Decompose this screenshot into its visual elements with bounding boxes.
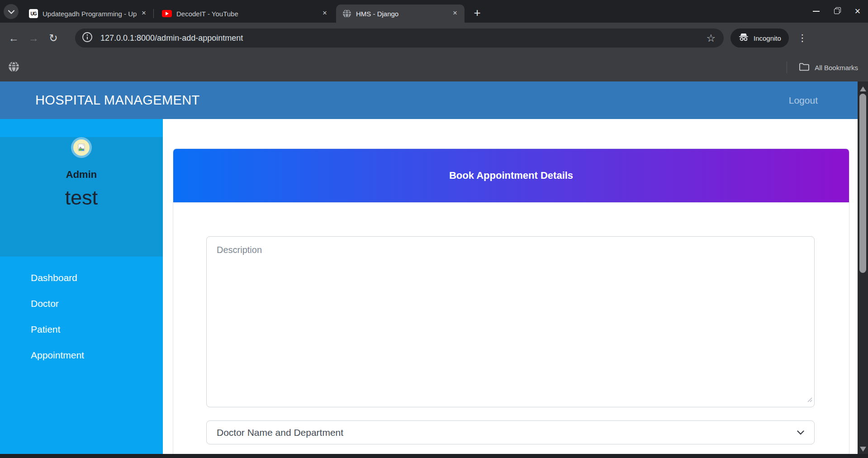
- browser-window: UG Updategadh Programming - Up × DecodeI…: [0, 0, 868, 458]
- reload-button[interactable]: ↻: [43, 28, 63, 48]
- page-scrollbar[interactable]: [858, 81, 868, 458]
- bookmark-globe-icon[interactable]: [8, 61, 19, 74]
- globe-favicon-icon: [342, 9, 351, 18]
- browser-menu-button[interactable]: ⋮: [794, 33, 811, 43]
- card-banner-title: Book Appointment Details: [449, 170, 573, 181]
- scrollbar-thumb[interactable]: [859, 94, 866, 273]
- all-bookmarks-button[interactable]: All Bookmarks: [799, 62, 858, 73]
- sidebar-role: Admin: [0, 169, 163, 181]
- close-window-button[interactable]: ×: [847, 0, 868, 23]
- card-banner: Book Appointment Details: [173, 149, 849, 203]
- minimize-button[interactable]: [806, 0, 826, 23]
- avatar: [71, 137, 92, 158]
- sidebar-profile: Admin test: [0, 137, 163, 257]
- tab-separator: [153, 9, 154, 18]
- doctor-select-value: Doctor Name and Department: [217, 427, 343, 438]
- updategadh-favicon-icon: UG: [29, 9, 38, 18]
- all-bookmarks-label: All Bookmarks: [815, 64, 858, 72]
- doctor-select[interactable]: Doctor Name and Department: [206, 420, 815, 444]
- sidebar-item-patient[interactable]: Patient: [0, 316, 163, 342]
- tab-title: HMS - Django: [356, 10, 450, 18]
- resize-grip-icon[interactable]: [806, 396, 812, 404]
- incognito-label: Incognito: [754, 34, 781, 42]
- folder-icon: [799, 62, 810, 73]
- app-title: HOSPITAL MANAGEMENT: [35, 93, 200, 108]
- close-tab-icon[interactable]: ×: [450, 9, 460, 19]
- tab-title: Updategadh Programming - Up: [43, 10, 139, 18]
- youtube-favicon-icon: [162, 10, 172, 17]
- appointment-card: Book Appointment Details Doctor Name and…: [173, 148, 849, 458]
- bookmarks-bar: All Bookmarks: [0, 53, 868, 81]
- chevron-down-icon: [797, 429, 804, 437]
- close-window-icon: ×: [855, 5, 861, 17]
- new-tab-button[interactable]: +: [470, 6, 484, 20]
- tab-decodeit-youtube[interactable]: DecodeIT - YouTube ×: [156, 5, 334, 23]
- tab-hms-django-active[interactable]: HMS - Django ×: [336, 5, 465, 23]
- appointment-form: Doctor Name and Department: [173, 203, 849, 458]
- page-body: Admin test Dashboard Doctor Patient Appo…: [0, 119, 858, 458]
- app-header: HOSPITAL MANAGEMENT Logout: [0, 81, 858, 119]
- forward-button[interactable]: →: [24, 28, 43, 48]
- tab-search-button[interactable]: [4, 4, 19, 19]
- main-content: Book Appointment Details Doctor Name and…: [163, 119, 858, 458]
- minimize-icon: [813, 11, 820, 12]
- url-text[interactable]: 127.0.0.1:8000/admin-add-appointment: [100, 33, 706, 43]
- window-controls: ×: [806, 0, 868, 23]
- tab-bar: UG Updategadh Programming - Up × DecodeI…: [0, 0, 868, 23]
- sidebar: Admin test Dashboard Doctor Patient Appo…: [0, 119, 163, 458]
- close-tab-icon[interactable]: ×: [139, 9, 149, 19]
- close-tab-icon[interactable]: ×: [320, 9, 330, 19]
- back-button[interactable]: ←: [4, 28, 24, 48]
- description-textarea[interactable]: [206, 236, 815, 407]
- web-page: HOSPITAL MANAGEMENT Logout Admin test Da…: [0, 81, 858, 458]
- tab-updategadh[interactable]: UG Updategadh Programming - Up ×: [23, 5, 153, 23]
- site-info-icon[interactable]: [81, 31, 93, 45]
- bookmarks-divider: [787, 62, 787, 73]
- sidebar-item-appointment[interactable]: Appointment: [0, 342, 163, 368]
- window-bottom-edge: [0, 454, 868, 458]
- incognito-badge: Incognito: [730, 29, 789, 48]
- scroll-up-arrow-icon[interactable]: [860, 86, 866, 91]
- restore-button[interactable]: [826, 0, 847, 23]
- incognito-icon: [738, 32, 749, 44]
- logout-link[interactable]: Logout: [789, 95, 818, 106]
- avatar-image-placeholder-icon: [73, 139, 90, 156]
- address-bar[interactable]: 127.0.0.1:8000/admin-add-appointment ☆: [75, 29, 724, 48]
- scroll-down-arrow-icon[interactable]: [860, 447, 866, 452]
- sidebar-nav: Dashboard Doctor Patient Appointment: [0, 257, 163, 368]
- sidebar-item-dashboard[interactable]: Dashboard: [0, 265, 163, 291]
- chevron-down-icon: [8, 8, 14, 16]
- restore-icon: [834, 9, 840, 14]
- bookmark-star-icon[interactable]: ☆: [706, 32, 716, 44]
- sidebar-username: test: [0, 186, 163, 210]
- browser-toolbar: ← → ↻ 127.0.0.1:8000/admin-add-appointme…: [0, 23, 868, 53]
- sidebar-item-doctor[interactable]: Doctor: [0, 291, 163, 316]
- tab-title: DecodeIT - YouTube: [176, 10, 320, 18]
